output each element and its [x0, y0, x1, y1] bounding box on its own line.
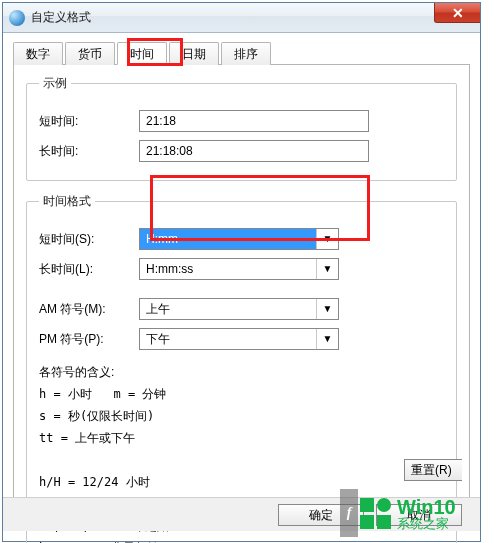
- group-example: 示例 短时间: 21:18 长时间: 21:18:08: [26, 75, 457, 181]
- chevron-down-icon: ▼: [316, 259, 338, 279]
- chevron-down-icon: ▼: [316, 329, 338, 349]
- group-formats: 时间格式 短时间(S): H:mm ▼ 长时间(L): H:mm:ss ▼: [26, 193, 457, 543]
- row-example-long: 长时间: 21:18:08: [39, 140, 444, 162]
- window-title: 自定义格式: [31, 9, 91, 26]
- label-long-format: 长时间(L):: [39, 261, 139, 278]
- label-am-symbol: AM 符号(M):: [39, 301, 139, 318]
- reset-button-clip: 重置(R): [404, 459, 462, 481]
- cancel-button[interactable]: 取消: [376, 504, 462, 526]
- combo-pm-symbol-value: 下午: [140, 329, 316, 349]
- combo-am-symbol[interactable]: 上午 ▼: [139, 298, 339, 320]
- combo-long-format[interactable]: H:mm:ss ▼: [139, 258, 339, 280]
- row-long-format: 长时间(L): H:mm:ss ▼: [39, 258, 444, 280]
- row-example-short: 短时间: 21:18: [39, 110, 444, 132]
- chevron-down-icon: ▼: [316, 229, 338, 249]
- value-short-time-example: 21:18: [139, 110, 369, 132]
- close-button[interactable]: ✕: [434, 3, 480, 23]
- dialog-window: 自定义格式 ✕ 数字 货币 时间 日期 排序 示例 短时间: 21:18 长时间…: [2, 2, 481, 542]
- client-area: 数字 货币 时间 日期 排序 示例 短时间: 21:18 长时间: 21:18:…: [3, 33, 480, 517]
- combo-short-format-value: H:mm: [140, 229, 316, 249]
- combo-long-format-value: H:mm:ss: [140, 259, 316, 279]
- row-am-symbol: AM 符号(M): 上午 ▼: [39, 298, 444, 320]
- titlebar: 自定义格式 ✕: [3, 3, 480, 33]
- label-short-format: 短时间(S):: [39, 231, 139, 248]
- help-heading: 各符号的含义:: [39, 364, 444, 381]
- combo-am-symbol-value: 上午: [140, 299, 316, 319]
- tab-panel-time: 示例 短时间: 21:18 长时间: 21:18:08 时间格式 短时间(S):…: [13, 65, 470, 517]
- row-short-format: 短时间(S): H:mm ▼: [39, 228, 444, 250]
- label-pm-symbol: PM 符号(P):: [39, 331, 139, 348]
- label-long-time-example: 长时间:: [39, 143, 139, 160]
- chevron-down-icon: ▼: [316, 299, 338, 319]
- value-long-time-example: 21:18:08: [139, 140, 369, 162]
- group-formats-legend: 时间格式: [39, 193, 95, 210]
- reset-button[interactable]: 重置(R): [404, 459, 462, 481]
- ok-button[interactable]: 确定: [278, 504, 364, 526]
- tab-number[interactable]: 数字: [13, 42, 63, 65]
- combo-pm-symbol[interactable]: 下午 ▼: [139, 328, 339, 350]
- globe-icon: [9, 10, 25, 26]
- row-pm-symbol: PM 符号(P): 下午 ▼: [39, 328, 444, 350]
- tab-time[interactable]: 时间: [117, 42, 167, 65]
- tab-date[interactable]: 日期: [169, 42, 219, 65]
- tab-sort[interactable]: 排序: [221, 42, 271, 65]
- tab-strip: 数字 货币 时间 日期 排序: [13, 41, 470, 65]
- group-example-legend: 示例: [39, 75, 71, 92]
- tab-currency[interactable]: 货币: [65, 42, 115, 65]
- label-short-time-example: 短时间:: [39, 113, 139, 130]
- combo-short-format[interactable]: H:mm ▼: [139, 228, 339, 250]
- dialog-button-row: 确定 取消: [3, 497, 480, 531]
- close-icon: ✕: [452, 5, 464, 21]
